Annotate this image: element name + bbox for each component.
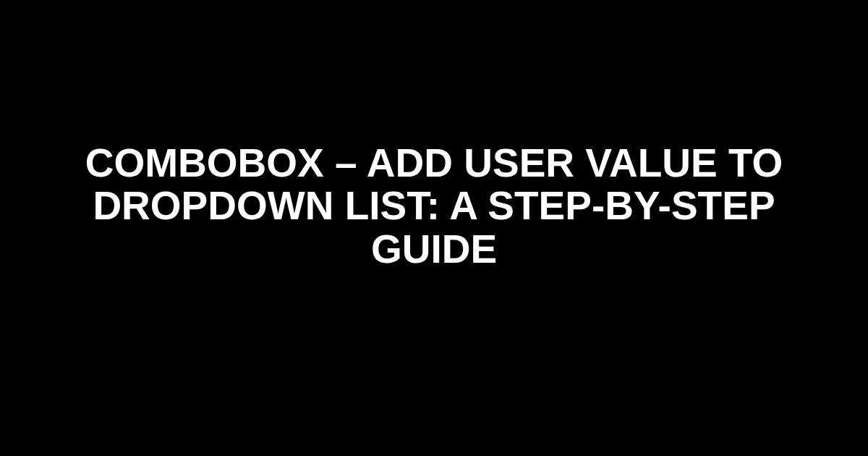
title-container: ComboBox – Add User Value to Dropdown Li…	[0, 142, 868, 271]
page-title: ComboBox – Add User Value to Dropdown Li…	[43, 142, 825, 271]
